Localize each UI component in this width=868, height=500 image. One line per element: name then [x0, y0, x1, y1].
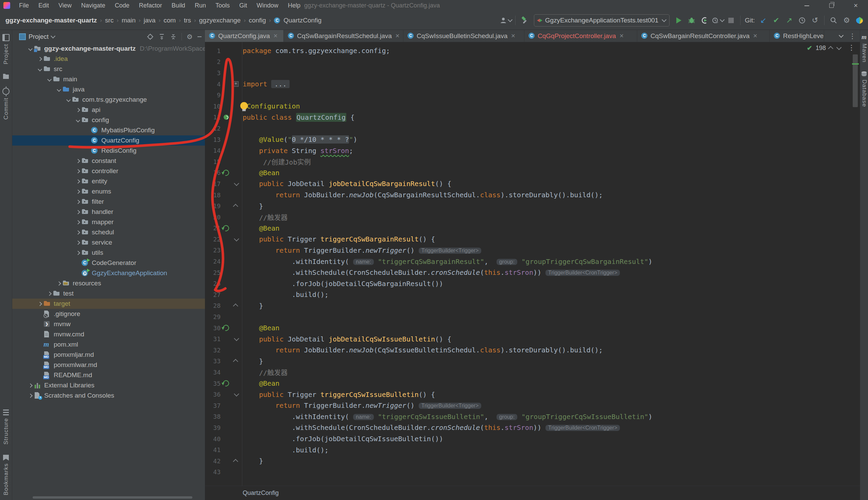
menu-item-navigate[interactable]: Navigate — [77, 1, 109, 10]
tree-item[interactable]: mvnw.cmd — [12, 329, 205, 339]
tree-chevron-right-icon[interactable] — [36, 303, 43, 305]
tree-item[interactable]: utils — [12, 248, 205, 258]
code-line[interactable]: 24 .withIdentity( name: "triggerCqSwBarg… — [205, 256, 860, 267]
code-line[interactable]: 32 return JobBuilder.newJob(CqSwIssueBul… — [205, 344, 860, 356]
fold-marker-icon[interactable] — [231, 337, 241, 341]
tree-item[interactable]: CCodeGenerator — [12, 258, 205, 268]
line-number[interactable]: 26 — [205, 280, 221, 287]
code-line[interactable]: 1package com.trs.ggzyexchange.config; — [205, 45, 860, 56]
expand-all-icon[interactable] — [159, 33, 165, 40]
tree-item[interactable]: mapper — [12, 217, 205, 227]
tree-chevron-right-icon[interactable] — [36, 57, 43, 60]
fold-marker-icon[interactable] — [231, 359, 241, 363]
tree-item[interactable]: target — [12, 299, 205, 309]
line-number[interactable]: 3 — [205, 69, 221, 77]
line-number[interactable]: 12 — [205, 125, 221, 132]
line-number[interactable]: 21 — [205, 225, 221, 232]
line-number[interactable]: 22 — [205, 236, 221, 243]
tree-chevron-right-icon[interactable] — [74, 160, 81, 162]
code-line[interactable]: 15 //创建Job实例 — [205, 156, 860, 167]
tool-project[interactable]: Project — [2, 34, 10, 64]
bean-method-gutter-icon[interactable] — [221, 225, 231, 231]
tab-close-icon[interactable]: ✕ — [273, 33, 278, 39]
code-line[interactable]: 40 .forJob(jobDetailCqSwIssueBulletin()) — [205, 433, 860, 445]
tree-chevron-right-icon[interactable] — [74, 200, 81, 203]
bean-method-gutter-icon[interactable] — [221, 380, 231, 386]
line-number[interactable]: 19 — [205, 202, 221, 209]
breadcrumb-item[interactable]: src — [105, 17, 114, 24]
tree-chevron-down-icon[interactable] — [46, 78, 53, 81]
line-number[interactable]: 23 — [205, 247, 221, 254]
code-line[interactable]: 17 public JobDetail jobDetailCqSwBargain… — [205, 178, 860, 190]
editor-options-kebab-icon[interactable]: ⋮ — [848, 44, 855, 52]
tree-chevron-down-icon[interactable] — [36, 68, 43, 71]
bean-method-gutter-icon[interactable] — [221, 325, 231, 331]
prev-problem-icon[interactable] — [828, 46, 833, 52]
tab-close-icon[interactable]: ✕ — [753, 33, 757, 39]
line-number[interactable]: 25 — [205, 269, 221, 276]
tree-item[interactable]: CQuartzConfig — [12, 135, 205, 146]
tree-item[interactable]: MDpomxmljar.md — [12, 350, 205, 360]
code-line[interactable]: 11public class QuartzConfig { — [205, 112, 860, 123]
debug-button[interactable] — [686, 15, 697, 26]
code-line[interactable]: 42 } — [205, 455, 860, 467]
breadcrumb-item[interactable]: QuartzConfig — [283, 17, 321, 24]
close-button[interactable]: ✕ — [844, 0, 868, 11]
menu-item-refactor[interactable]: Refactor — [135, 1, 166, 10]
line-number[interactable]: 15 — [205, 158, 221, 165]
tree-item[interactable]: .gitignore — [12, 309, 205, 319]
tree-item[interactable]: MDpomxmlwar.md — [12, 360, 205, 370]
line-number[interactable]: 13 — [205, 136, 221, 143]
inspections-widget[interactable]: ✔ 198 — [807, 44, 840, 52]
line-number[interactable]: 34 — [205, 369, 221, 376]
tree-chevron-down-icon[interactable] — [55, 88, 62, 91]
tool-maven[interactable]: m Maven — [861, 33, 868, 62]
line-number[interactable]: 27 — [205, 291, 221, 298]
git-history-button[interactable] — [796, 15, 808, 26]
code-area[interactable]: 1package com.trs.ggzyexchange.config;234… — [205, 42, 860, 486]
git-push-button[interactable]: ↗ — [783, 15, 795, 26]
git-rollback-button[interactable]: ↺ — [809, 15, 821, 26]
tree-item[interactable]: .idea — [12, 54, 205, 64]
code-line[interactable]: 3 — [205, 67, 860, 79]
code-line[interactable]: 12 — [205, 123, 860, 134]
editor-tab[interactable]: CQuartzConfig.java✕ — [205, 30, 284, 42]
tree-item[interactable]: constant — [12, 156, 205, 166]
tree-chevron-down-icon[interactable] — [27, 47, 34, 50]
minimize-button[interactable] — [795, 0, 819, 11]
line-number[interactable]: 41 — [205, 446, 221, 453]
tree-item[interactable]: mpom.xml — [12, 339, 205, 350]
bean-method-gutter-icon[interactable] — [221, 170, 231, 176]
breadcrumb-item[interactable]: trs — [184, 17, 191, 24]
code-line[interactable]: 30 @Bean — [205, 322, 860, 334]
line-number[interactable]: 11 — [205, 114, 221, 121]
menu-item-file[interactable]: File — [15, 1, 33, 10]
menu-item-code[interactable]: Code — [111, 1, 133, 10]
breadcrumb-item[interactable]: config — [249, 17, 266, 24]
code-line[interactable]: 38 .withIdentity( name: "triggerCqSwIssu… — [205, 411, 860, 422]
code-line[interactable]: 13 @Value("0 */10 * * * ?") — [205, 134, 860, 145]
menu-item-run[interactable]: Run — [191, 1, 210, 10]
coverage-button[interactable] — [699, 15, 710, 26]
breadcrumb-item[interactable]: com — [163, 17, 176, 24]
tree-chevron-down-icon[interactable] — [74, 119, 81, 122]
build-button[interactable] — [519, 15, 530, 26]
fold-marker-icon[interactable] — [231, 237, 241, 241]
fold-marker-icon[interactable] — [231, 182, 241, 186]
breadcrumb-item[interactable]: ggzy-exchange-master-quartz — [5, 17, 97, 24]
line-number[interactable]: 28 — [205, 302, 221, 309]
line-number[interactable]: 17 — [205, 180, 221, 188]
chevron-down-icon[interactable] — [51, 34, 55, 38]
code-line[interactable]: 22 public Trigger triggerCqSwBargainResu… — [205, 234, 860, 245]
tree-chevron-right-icon[interactable] — [74, 211, 81, 214]
code-line[interactable]: 26 .forJob(jobDetailCqSwBargainResult()) — [205, 278, 860, 289]
stop-button[interactable] — [725, 15, 737, 26]
tree-item[interactable]: src — [12, 64, 205, 74]
code-line[interactable]: 10@Configuration — [205, 101, 860, 112]
tree-item[interactable]: test — [12, 288, 205, 299]
restore-button[interactable] — [819, 0, 844, 11]
spring-bean-gutter-icon[interactable] — [221, 115, 231, 120]
line-number[interactable]: 31 — [205, 336, 221, 342]
line-number[interactable]: 16 — [205, 169, 221, 176]
tree-item[interactable]: Scratches and Consoles — [12, 390, 205, 401]
